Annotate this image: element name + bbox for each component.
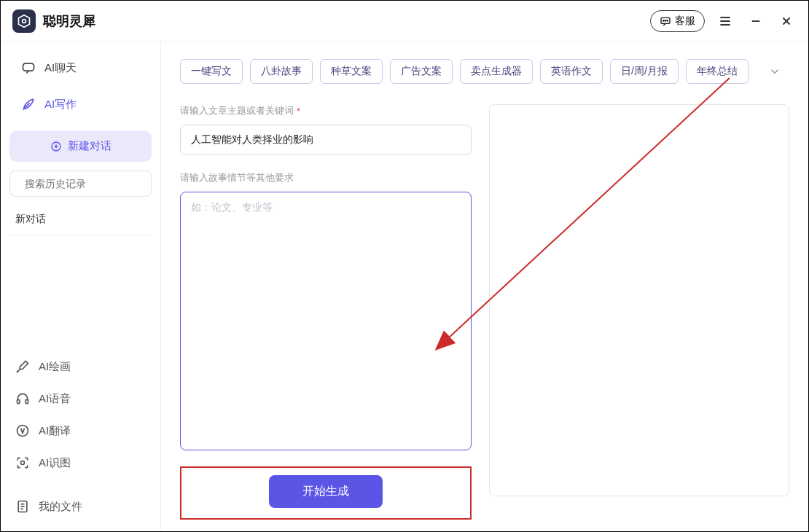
tab-english-essay[interactable]: 英语作文 (540, 59, 603, 84)
chevron-down-icon (768, 65, 781, 78)
svg-rect-20 (26, 400, 28, 404)
tab-ad-copy[interactable]: 广告文案 (390, 59, 453, 84)
sidebar-tool-ai-drawing[interactable]: AI绘画 (9, 351, 152, 383)
minimize-button[interactable] (746, 11, 766, 31)
feather-icon (21, 97, 36, 112)
brush-icon (15, 359, 30, 374)
headphones-icon (15, 391, 30, 406)
tab-seeding-copy[interactable]: 种草文案 (320, 59, 383, 84)
topic-input[interactable] (180, 125, 472, 155)
tab-one-click-write[interactable]: 一键写文 (180, 59, 243, 84)
output-panel (489, 104, 789, 496)
menu-button[interactable] (715, 11, 735, 31)
generate-button[interactable]: 开始生成 (269, 475, 383, 508)
search-input[interactable] (25, 178, 152, 189)
topic-field-label: 请输入文章主题或者关键词 * (180, 104, 472, 117)
svg-rect-12 (23, 63, 34, 71)
customer-service-label: 客服 (675, 15, 695, 28)
sidebar-item-ai-chat[interactable]: AI聊天 (9, 52, 152, 84)
tab-gossip-story[interactable]: 八卦故事 (250, 59, 313, 84)
sidebar-item-label: AI聊天 (44, 61, 77, 75)
svg-marker-0 (19, 15, 30, 27)
minimize-icon (749, 15, 762, 28)
file-icon (15, 499, 30, 514)
sidebar-tool-ai-image-recognition[interactable]: AI识图 (9, 447, 152, 479)
generate-highlight-box: 开始生成 (180, 466, 472, 520)
tabs-expand-button[interactable] (760, 60, 789, 83)
tool-label: AI翻译 (39, 424, 71, 438)
tool-label: AI识图 (39, 456, 71, 470)
image-scan-icon (15, 455, 30, 470)
requirements-textarea[interactable] (180, 192, 472, 450)
svg-point-3 (663, 20, 664, 20)
svg-point-4 (665, 20, 665, 20)
svg-point-22 (21, 461, 25, 465)
chat-icon (660, 15, 671, 27)
translate-icon (15, 423, 30, 438)
tool-label: AI绘画 (39, 360, 71, 374)
requirements-field-label: 请输入故事情节等其他要求 (180, 171, 472, 184)
required-indicator: * (297, 106, 300, 117)
sidebar: AI聊天 AI写作 新建对话 新对话 (1, 42, 161, 532)
search-history-box[interactable] (9, 171, 152, 197)
svg-point-5 (667, 20, 668, 20)
sidebar-item-label: AI写作 (44, 98, 77, 112)
history-item[interactable]: 新对话 (9, 204, 152, 235)
chat-bubble-icon (21, 60, 36, 75)
customer-service-button[interactable]: 客服 (650, 10, 705, 32)
app-header: 聪明灵犀 客服 (1, 1, 808, 42)
sidebar-tool-ai-voice[interactable]: AI语音 (9, 383, 152, 415)
sidebar-my-files[interactable]: 我的文件 (9, 490, 152, 523)
close-icon (780, 15, 793, 28)
history-item-label: 新对话 (15, 213, 46, 224)
sidebar-tool-ai-translate[interactable]: AI翻译 (9, 415, 152, 447)
new-chat-label: 新建对话 (68, 139, 112, 153)
svg-rect-19 (17, 400, 20, 404)
main-content: 一键写文 八卦故事 种草文案 广告文案 卖点生成器 英语作文 日/周/月报 年终… (161, 42, 808, 532)
close-button[interactable] (776, 11, 797, 31)
hamburger-icon (718, 14, 732, 28)
plus-circle-icon (50, 141, 62, 152)
template-tabs: 一键写文 八卦故事 种草文案 广告文案 卖点生成器 英语作文 日/周/月报 年终… (180, 59, 789, 84)
tab-year-summary[interactable]: 年终总结 (686, 59, 749, 84)
app-title: 聪明灵犀 (43, 12, 95, 30)
my-files-label: 我的文件 (39, 500, 82, 514)
new-chat-button[interactable]: 新建对话 (9, 130, 152, 162)
tool-label: AI语音 (39, 392, 71, 406)
tab-report[interactable]: 日/周/月报 (610, 59, 679, 84)
app-logo (12, 9, 36, 33)
svg-point-1 (23, 19, 26, 23)
tab-selling-point[interactable]: 卖点生成器 (460, 59, 533, 84)
sidebar-item-ai-writing[interactable]: AI写作 (9, 88, 152, 120)
